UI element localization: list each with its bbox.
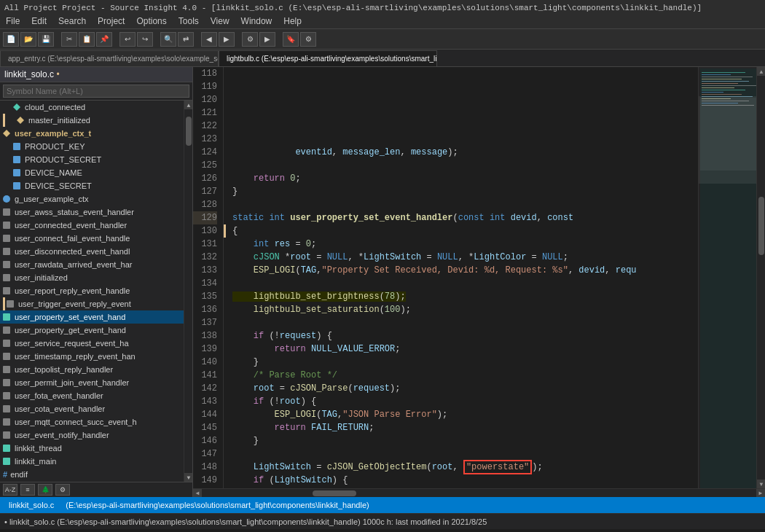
hscroll-track[interactable] — [202, 490, 756, 496]
symbol-item-user-property-get[interactable]: user_property_get_event_hand — [0, 324, 184, 337]
sidebar-scrollbar[interactable]: ▲ ▼ — [184, 101, 192, 482]
symbol-item-linkkit-thread[interactable]: linkkit_thread — [0, 442, 184, 455]
symbol-item-user-permit-join[interactable]: user_permit_join_event_handler — [0, 376, 184, 389]
symbol-item-linkkit-main[interactable]: linkkit_main — [0, 455, 184, 468]
toolbar-settings[interactable]: ⚙ — [300, 32, 316, 47]
toolbar-undo[interactable]: ↩ — [119, 32, 136, 47]
tab-app-entry[interactable]: app_entry.c (E:\esp\esp-ali-smartliving\… — [0, 50, 219, 66]
symbol-icon-square-gray-trig — [7, 300, 14, 308]
vscroll-up-arrow[interactable]: ▲ — [757, 67, 765, 76]
symbol-item-user-initialized[interactable]: user_initialized — [0, 271, 184, 284]
symbol-icon-square-gray-svc — [3, 340, 10, 347]
symbol-item-user-mqtt[interactable]: user_mqtt_connect_succ_event_h — [0, 415, 184, 429]
code-line-133: return NULL_VALUE_ERROR; — [232, 344, 400, 354]
horizontal-scrollbar[interactable]: ◀ ▶ — [193, 488, 765, 497]
toolbar-search[interactable]: 🔍 — [160, 32, 176, 47]
symbol-item-user-example-ctx[interactable]: user_example_ctx_t — [0, 127, 184, 140]
toolbar-save[interactable]: 💾 — [38, 32, 54, 47]
symbol-item-user-rawdata[interactable]: user_rawdata_arrived_event_har — [0, 258, 184, 271]
symbol-item-master-initialized[interactable]: master_initialized — [0, 114, 184, 127]
svg-rect-7 — [702, 85, 756, 86]
sidebar-scroll-down[interactable]: ▼ — [184, 473, 192, 482]
sidebar-toolbar-az[interactable]: A-Z — [3, 484, 17, 496]
sidebar-toolbar-list[interactable]: ≡ — [20, 484, 35, 496]
vscroll-track[interactable] — [757, 76, 765, 480]
symbol-item-user-fota[interactable]: user_fota_event_handler — [0, 389, 184, 402]
menu-window[interactable]: Window — [235, 13, 278, 28]
symbol-item-device-secret[interactable]: DEVICE_SECRET — [0, 179, 184, 192]
symbol-item-product-key[interactable]: PRODUCT_KEY — [0, 140, 184, 153]
menu-options[interactable]: Options — [130, 13, 172, 28]
tab-lightbulb[interactable]: lightbulb.c (E:\esp\esp-ali-smartliving\… — [219, 50, 437, 66]
minimap — [698, 67, 756, 488]
symbol-item-user-property-set[interactable]: user_property_set_event_hand — [0, 310, 184, 324]
menu-tools[interactable]: Tools — [173, 13, 205, 28]
symbol-item-user-connect-fail[interactable]: user_connect_fail_event_handle — [0, 232, 184, 245]
menu-search[interactable]: Search — [52, 13, 92, 28]
code-line-118: eventid, message_len, message); — [232, 147, 458, 157]
symbol-item-cloud-connected[interactable]: cloud_connected — [0, 101, 184, 114]
symbol-item-user-service[interactable]: user_service_request_event_ha — [0, 337, 184, 350]
symbol-item-user-awss[interactable]: user_awss_status_event_handler — [0, 206, 184, 219]
toolbar-run[interactable]: ▶ — [259, 32, 275, 47]
toolbar-new[interactable]: 📄 — [3, 32, 19, 47]
toolbar-forward[interactable]: ▶ — [219, 32, 235, 47]
toolbar-build[interactable]: ⚙ — [242, 32, 258, 47]
minimap-content — [699, 67, 756, 488]
symbol-item-device-name[interactable]: DEVICE_NAME — [0, 166, 184, 179]
symbol-item-user-cota[interactable]: user_cota_event_handler — [0, 402, 184, 415]
toolbar-back[interactable]: ◀ — [201, 32, 217, 47]
toolbar-bookmark[interactable]: 🔖 — [283, 32, 299, 47]
vertical-scrollbar[interactable]: ▲ ▼ — [756, 67, 765, 488]
toolbar: 📄 📂 💾 ✂ 📋 📌 ↩ ↪ 🔍 ⇄ ◀ ▶ ⚙ ▶ 🔖 ⚙ — [0, 29, 765, 50]
symbol-item-user-disconnected[interactable]: user_disconnected_event_handl — [0, 245, 184, 258]
symbol-icon-square-gray-en — [3, 431, 10, 439]
hscroll-thumb[interactable] — [313, 490, 356, 496]
symbol-item-user-timestamp[interactable]: user_timestamp_reply_event_han — [0, 350, 184, 363]
symbol-item-g-user-example-ctx[interactable]: g_user_example_ctx — [0, 192, 184, 206]
symbol-icon-square-gray-ts — [3, 353, 10, 360]
symbol-icon-square-gray-pj — [3, 379, 10, 386]
sidebar-toolbar: A-Z ≡ 🌲 ⚙ — [0, 482, 192, 497]
symbol-item-user-topolist[interactable]: user_topolist_reply_handler — [0, 363, 184, 376]
menu-edit[interactable]: Edit — [26, 13, 52, 28]
vscroll-down-arrow[interactable]: ▼ — [757, 480, 765, 488]
code-line-121: } — [232, 187, 238, 197]
toolbar-open[interactable]: 📂 — [20, 32, 36, 47]
symbol-item-user-trigger[interactable]: user_trigger_event_reply_event — [0, 297, 184, 310]
toolbar-copy[interactable]: 📋 — [79, 32, 95, 47]
symbol-search-input[interactable] — [3, 85, 189, 98]
code-line-125: int res = 0; — [232, 239, 316, 249]
menu-help[interactable]: Help — [278, 13, 307, 28]
sidebar-scroll-up[interactable]: ▲ — [184, 101, 192, 109]
sidebar-toolbar-settings[interactable]: ⚙ — [55, 484, 70, 496]
symbol-icon-square-gray-pg — [3, 326, 10, 334]
code-content[interactable]: eventid, message_len, message); return 0… — [224, 67, 698, 488]
symbol-item-user-event-notify[interactable]: user_event_notify_handler — [0, 429, 184, 442]
menu-project[interactable]: Project — [92, 13, 130, 28]
hscroll-right-arrow[interactable]: ▶ — [756, 489, 765, 498]
sidebar-toolbar-tree[interactable]: 🌲 — [38, 484, 52, 496]
sidebar-scroll-thumb[interactable] — [186, 117, 192, 146]
minimap-thumb[interactable] — [699, 96, 756, 184]
menu-file[interactable]: File — [0, 13, 26, 28]
toolbar-replace[interactable]: ⇄ — [178, 32, 194, 47]
symbol-label-user-report: user_report_reply_event_handle — [15, 286, 130, 295]
symbol-icon-diamond-green — [13, 103, 20, 111]
symbol-label-user-cota: user_cota_event_handler — [15, 404, 105, 413]
symbol-label-user-permit-join: user_permit_join_event_handler — [15, 378, 129, 387]
menu-view[interactable]: View — [205, 13, 235, 28]
bottom-file-bar: • linkkit_solo.c (E:\esp\esp-ali-smartli… — [0, 513, 765, 529]
symbol-item-endif[interactable]: # endif — [0, 468, 184, 481]
toolbar-paste[interactable]: 📌 — [96, 32, 112, 47]
toolbar-redo[interactable]: ↪ — [137, 32, 153, 47]
symbol-label-user-property-get: user_property_get_event_hand — [15, 326, 126, 335]
symbol-icon-square-blue-ps — [13, 156, 20, 163]
toolbar-cut[interactable]: ✂ — [61, 32, 77, 47]
symbol-item-user-connected[interactable]: user_connected_event_handler — [0, 219, 184, 232]
symbol-item-product-secret[interactable]: PRODUCT_SECRET — [0, 153, 184, 166]
hscroll-left-arrow[interactable]: ◀ — [193, 489, 202, 498]
code-line-139: return FAIL_RETURN; — [232, 423, 374, 433]
vscroll-thumb[interactable] — [758, 197, 764, 255]
symbol-item-user-report[interactable]: user_report_reply_event_handle — [0, 284, 184, 297]
